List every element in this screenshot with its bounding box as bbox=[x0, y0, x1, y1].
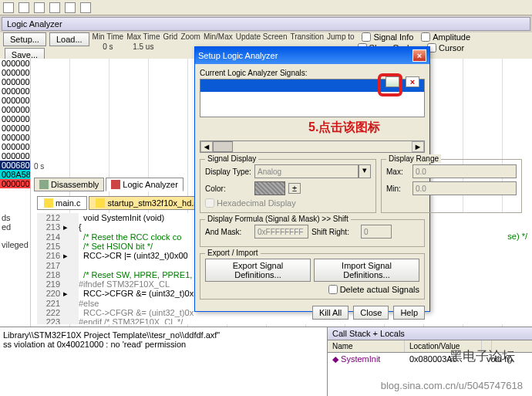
panel-title: Logic Analyzer bbox=[2, 17, 530, 31]
min-label: Min: bbox=[386, 184, 409, 193]
displaytype-label: Display Type: bbox=[205, 168, 251, 176]
color-label: Color: bbox=[205, 184, 251, 193]
c-file-icon bbox=[44, 198, 53, 208]
mintime-label: Min Time bbox=[93, 32, 124, 41]
maxtime-val: 1.5 us bbox=[133, 42, 153, 51]
setup-button[interactable]: Setup... bbox=[3, 32, 46, 46]
left-info: dsedvileged bbox=[2, 213, 29, 249]
export-import-group: Export / Import Export Signal Definition… bbox=[200, 253, 425, 300]
dialog-title: Setup Logic Analyzer bbox=[198, 51, 278, 60]
max-input[interactable] bbox=[412, 164, 517, 178]
setup-dialog: Setup Logic Analyzer × Current Logic Ana… bbox=[194, 46, 430, 312]
mintime-val: 0 s bbox=[103, 42, 113, 51]
disasm-icon bbox=[39, 180, 49, 189]
mainc-tab[interactable]: main.c bbox=[37, 196, 87, 210]
h-scrollbar[interactable]: ◄ ► bbox=[200, 140, 425, 153]
editor-tabs: main.c startup_stm32f10x_hd.s bbox=[37, 196, 205, 210]
shiftright-input[interactable] bbox=[361, 225, 392, 239]
hand-icon[interactable] bbox=[19, 2, 29, 13]
signal-display-group: Signal Display Display Type: ▾ Color: ± … bbox=[200, 159, 376, 213]
combo-arrow-icon[interactable]: ▾ bbox=[359, 164, 371, 178]
dialog-titlebar[interactable]: Setup Logic Analyzer × bbox=[195, 47, 429, 64]
transition-label: Transition bbox=[290, 32, 324, 41]
displaytype-combo[interactable] bbox=[254, 164, 359, 178]
signalinfo-check[interactable]: Signal Info bbox=[362, 32, 413, 42]
display-range-group: Display Range Max: Min: bbox=[381, 159, 522, 213]
maxtime-label: Max Time bbox=[126, 32, 160, 41]
disassembly-tab[interactable]: Disassembly bbox=[34, 178, 104, 191]
annotation-text: 5.点击该图标 bbox=[308, 120, 380, 136]
scroll-thumb[interactable] bbox=[213, 141, 233, 152]
watermark-url: blog.sina.com.cn/u/5045747618 bbox=[381, 380, 523, 391]
output-line: Library\\STM32F10X Project Template\\tes… bbox=[3, 330, 324, 340]
asm-file-icon bbox=[96, 198, 105, 208]
step-icon[interactable] bbox=[34, 2, 45, 13]
min-input[interactable] bbox=[412, 181, 517, 195]
zoom-label: Zoom bbox=[180, 32, 200, 41]
address-column: 0000000000000000000000000000000000000000… bbox=[0, 59, 31, 337]
curly-icon[interactable] bbox=[3, 2, 14, 13]
scroll-right-button[interactable]: ► bbox=[412, 141, 424, 152]
annotation-highlight bbox=[378, 73, 402, 96]
dialog-close-button[interactable]: × bbox=[412, 49, 426, 62]
cursor-check[interactable]: Cursor bbox=[427, 43, 464, 52]
max-label: Max: bbox=[386, 168, 409, 176]
import-button[interactable]: Import Signal Definitions... bbox=[314, 259, 419, 282]
config-icon[interactable] bbox=[80, 2, 91, 13]
color-arrow-icon[interactable]: ± bbox=[288, 183, 301, 194]
help-button[interactable]: Help bbox=[393, 306, 425, 320]
andmask-label: And Mask: bbox=[205, 228, 251, 236]
delete-actual-check[interactable]: Delete actual Signals bbox=[205, 285, 419, 294]
output-line: ss violation at 0x40021000 : no 'read' p… bbox=[3, 340, 324, 349]
run-icon[interactable] bbox=[49, 2, 60, 13]
main-toolbar bbox=[0, 0, 532, 15]
shiftright-label: Shift Right: bbox=[311, 228, 358, 236]
la-icon bbox=[111, 180, 120, 189]
minmax-label: Min/Max bbox=[204, 32, 233, 41]
andmask-input[interactable] bbox=[254, 225, 308, 239]
scroll-left-button[interactable]: ◄ bbox=[200, 141, 213, 152]
output-pane[interactable]: Library\\STM32F10X Project Template\\tes… bbox=[0, 327, 328, 396]
code-hint: se) */ bbox=[507, 232, 527, 241]
color-swatch[interactable] bbox=[254, 181, 285, 195]
killall-button[interactable]: Kill All bbox=[312, 306, 348, 320]
close-button[interactable]: Close bbox=[353, 306, 389, 320]
jumpto-label: Jump to bbox=[327, 32, 355, 41]
callstack-title: Call Stack + Locals bbox=[328, 327, 532, 340]
stop-icon[interactable] bbox=[65, 2, 76, 13]
logic-analyzer-tab[interactable]: Logic Analyzer bbox=[106, 178, 184, 191]
amplitude-check[interactable]: Amplitude bbox=[421, 32, 470, 42]
grid-label: Grid bbox=[163, 32, 177, 41]
export-button[interactable]: Export Signal Definitions... bbox=[205, 259, 311, 282]
hex-display-check[interactable]: Hexadecimal Display bbox=[205, 198, 371, 208]
formula-group: Display Formula (Signal & Mask) >> Shift… bbox=[200, 219, 425, 247]
delete-signal-button[interactable]: × bbox=[406, 76, 419, 87]
watermark-cn: 黑电子论坛 bbox=[450, 347, 515, 365]
time-axis-start: 0 s bbox=[34, 162, 44, 171]
load-button[interactable]: Load... bbox=[49, 32, 89, 46]
startup-tab[interactable]: startup_stm32f10x_hd.s bbox=[89, 196, 204, 210]
update-label: Update Screen bbox=[236, 32, 288, 41]
view-tabs: Disassembly Logic Analyzer bbox=[34, 178, 184, 191]
signals-listbox[interactable]: × 5.点击该图标 bbox=[200, 79, 425, 117]
